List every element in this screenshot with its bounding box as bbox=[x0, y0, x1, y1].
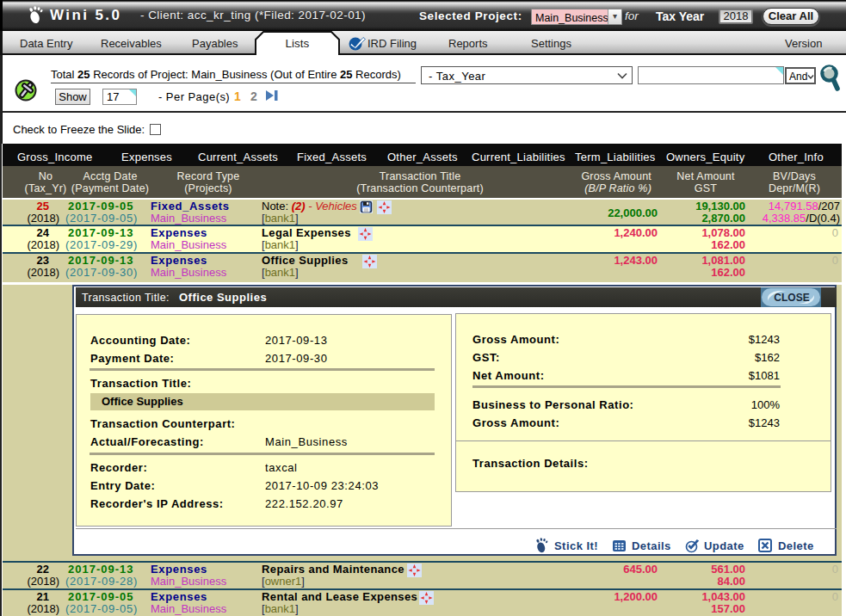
svg-text:CLOSE: CLOSE bbox=[774, 292, 809, 304]
